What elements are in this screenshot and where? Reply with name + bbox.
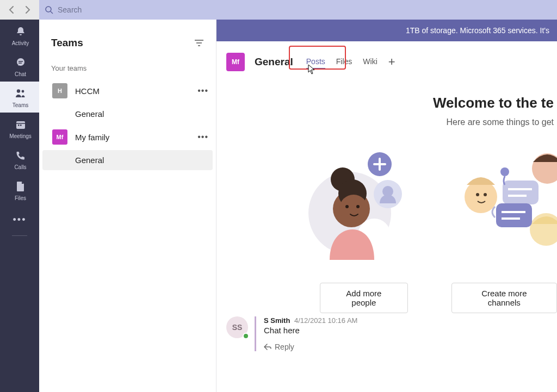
- presence-indicator: [243, 333, 249, 339]
- rail-meetings[interactable]: Meetings: [0, 113, 39, 144]
- rail-files[interactable]: Files: [0, 175, 39, 206]
- phone-icon: [14, 149, 27, 162]
- team-row-hccm[interactable]: H HCCM •••: [39, 78, 216, 104]
- teams-icon: [14, 87, 27, 100]
- svg-point-25: [345, 205, 349, 208]
- illustration-add-people: [304, 148, 418, 262]
- message-text: Chat here: [264, 326, 557, 335]
- team-row-myfamily[interactable]: Mf My family •••: [39, 124, 216, 150]
- svg-point-0: [46, 7, 51, 12]
- rail-meetings-label: Meetings: [9, 133, 32, 139]
- message-timestamp: 4/12/2021 10:16 AM: [294, 316, 357, 325]
- tab-files[interactable]: Files: [336, 55, 352, 70]
- team-name-label: My family: [75, 133, 190, 142]
- tab-wiki[interactable]: Wiki: [363, 55, 377, 70]
- reply-button[interactable]: Reply: [264, 343, 557, 351]
- create-channels-button[interactable]: Create more channels: [451, 283, 557, 313]
- team-more-button[interactable]: •••: [197, 86, 208, 96]
- message-avatar: SS: [226, 316, 248, 338]
- svg-point-6: [21, 90, 24, 93]
- rail-teams[interactable]: Teams: [0, 82, 39, 113]
- svg-point-27: [465, 181, 497, 213]
- welcome-title: Welcome to the te: [216, 95, 557, 111]
- add-tab-button[interactable]: +: [388, 56, 395, 68]
- calendar-icon: [14, 118, 27, 131]
- rail-more[interactable]: •••: [0, 208, 39, 232]
- rail-chat[interactable]: Chat: [0, 51, 39, 82]
- rail-activity[interactable]: Activity: [0, 20, 39, 51]
- bell-icon: [14, 25, 27, 38]
- svg-line-1: [51, 11, 53, 14]
- welcome-subtitle: Here are some things to get: [216, 117, 557, 127]
- your-teams-label: Your teams: [39, 60, 216, 78]
- channel-row-general-2[interactable]: General: [42, 150, 213, 170]
- svg-rect-35: [496, 203, 532, 227]
- svg-point-38: [500, 167, 509, 176]
- search-icon: [45, 5, 53, 14]
- svg-point-24: [339, 195, 368, 223]
- rail-files-label: Files: [15, 195, 26, 201]
- file-icon: [14, 180, 27, 193]
- main-content: 1TB of storage. Microsoft 365 services. …: [216, 20, 557, 392]
- message-thread: SS S Smith 4/12/2021 10:16 AM Chat here …: [226, 316, 557, 351]
- team-avatar: H: [52, 83, 67, 98]
- forward-button[interactable]: [22, 4, 34, 16]
- welcome-actions: Add more people Create more channels: [216, 283, 557, 313]
- svg-rect-9: [18, 125, 20, 126]
- svg-point-29: [484, 193, 487, 196]
- svg-rect-32: [503, 181, 539, 204]
- promo-banner: 1TB of storage. Microsoft 365 services. …: [216, 20, 557, 41]
- channel-team-avatar: Mf: [226, 53, 245, 71]
- channel-name: General: [255, 56, 293, 68]
- channel-header: Mf General Posts Files Wiki +: [216, 41, 557, 83]
- panel-title: Teams: [51, 37, 83, 49]
- rail-calls-label: Calls: [14, 164, 26, 170]
- chat-icon: [14, 56, 27, 69]
- channel-row-general-1[interactable]: General: [39, 104, 216, 124]
- reply-icon: [264, 344, 271, 350]
- tab-posts[interactable]: Posts: [306, 55, 325, 70]
- search-input[interactable]: [58, 5, 552, 14]
- svg-point-26: [356, 205, 360, 208]
- app-rail: Activity Chat Teams Meetings Calls Files…: [0, 20, 39, 392]
- svg-point-5: [16, 89, 20, 92]
- message-meta: S Smith 4/12/2021 10:16 AM: [264, 316, 557, 325]
- illustration-channels: [450, 148, 557, 262]
- svg-rect-10: [20, 125, 22, 126]
- channel-body: Welcome to the te Here are some things t…: [216, 83, 557, 392]
- reply-label: Reply: [275, 343, 294, 351]
- search-bar[interactable]: [39, 0, 557, 20]
- rail-teams-label: Teams: [13, 102, 28, 108]
- message-author: S Smith: [264, 316, 290, 325]
- rail-separator: [12, 235, 27, 236]
- nav-arrows: [0, 4, 39, 16]
- svg-point-28: [476, 193, 479, 196]
- team-name-label: HCCM: [75, 86, 190, 96]
- filter-icon[interactable]: [194, 39, 204, 47]
- team-more-button[interactable]: •••: [197, 132, 208, 142]
- back-button[interactable]: [5, 4, 17, 16]
- rail-activity-label: Activity: [12, 40, 29, 46]
- avatar-initials: SS: [232, 323, 243, 332]
- add-people-button[interactable]: Add more people: [320, 283, 408, 313]
- team-avatar: Mf: [52, 129, 67, 145]
- rail-calls[interactable]: Calls: [0, 144, 39, 175]
- title-bar: [0, 0, 557, 20]
- svg-point-2: [17, 58, 24, 66]
- teams-panel: Teams Your teams H HCCM ••• General Mf M…: [39, 20, 216, 392]
- channel-tabs: Posts Files Wiki +: [306, 55, 395, 70]
- rail-chat-label: Chat: [15, 71, 26, 77]
- banner-text: 1TB of storage. Microsoft 365 services. …: [406, 26, 549, 35]
